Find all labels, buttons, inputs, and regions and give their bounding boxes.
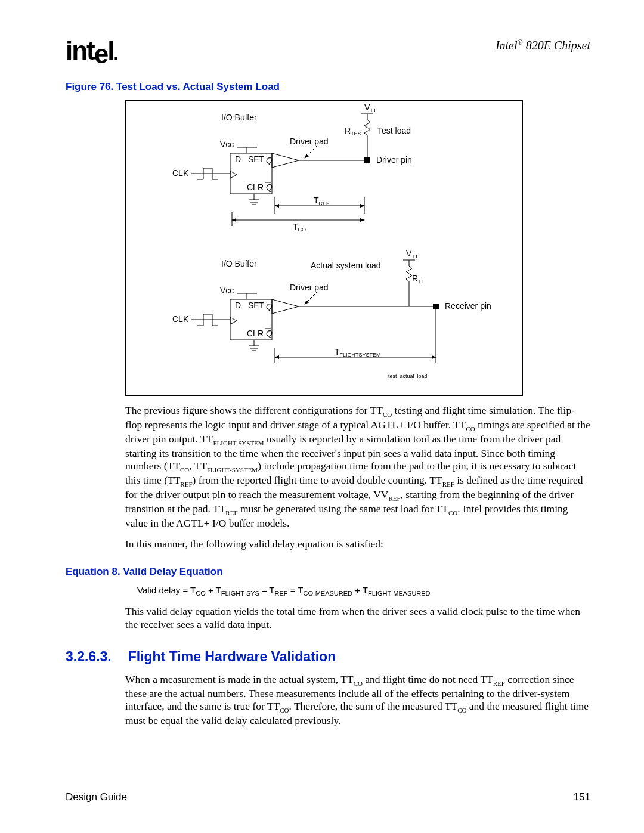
svg-text:RTEST: RTEST [345,126,365,137]
svg-text:Driver pad: Driver pad [290,283,329,292]
paragraph-4: When a measurement is made in the actual… [125,673,590,727]
svg-text:Vcc: Vcc [220,140,234,149]
svg-text:TCO: TCO [293,222,306,233]
page-header: intel. Intel® 820E Chipset [66,36,590,66]
svg-text:Vcc: Vcc [220,286,234,295]
svg-text:CLK: CLK [172,168,189,178]
svg-text:Q: Q [266,302,273,311]
section-number: 3.2.6.3. [66,649,112,665]
svg-text:I/O Buffer: I/O Buffer [221,259,257,268]
paragraph-2: In this manner, the following valid dela… [125,538,590,550]
svg-line-55 [305,292,317,304]
figure-caption: Figure 76. Test Load vs. Actual System L… [66,81,590,93]
section-title: Flight Time Hardware Validation [128,649,336,665]
svg-text:Driver pin: Driver pin [376,155,412,165]
svg-text:Q: Q [266,156,273,165]
page-footer: Design Guide 151 [66,791,590,803]
page: intel. Intel® 820E Chipset Figure 76. Te… [0,0,644,833]
svg-text:CLR: CLR [247,329,264,338]
svg-line-20 [305,146,317,158]
equation-text: Valid delay = TCO + TFLIGHT-SYS – TREF =… [137,585,590,597]
svg-text:Receiver pin: Receiver pin [445,301,491,311]
svg-text:Q: Q [266,329,273,338]
chipset-title: Intel® 820E Chipset [496,38,590,52]
section-heading: 3.2.6.3. Flight Time Hardware Validation [66,649,590,665]
svg-text:Driver pad: Driver pad [290,137,329,146]
paragraph-1: The previous figure shows the different … [125,404,590,529]
svg-text:TREF: TREF [314,196,330,206]
svg-text:CLK: CLK [172,314,189,324]
svg-text:test_actual_load: test_actual_load [388,373,428,379]
svg-text:I/O Buffer: I/O Buffer [221,113,257,122]
footer-page-number: 151 [574,791,590,803]
footer-left: Design Guide [66,791,127,803]
svg-text:RTT: RTT [412,274,425,284]
svg-text:VTT: VTT [364,103,377,113]
equation-caption: Equation 8. Valid Delay Equation [66,566,590,578]
svg-text:SET: SET [248,154,265,164]
svg-text:CLR: CLR [247,182,264,192]
svg-text:VTT: VTT [406,249,419,259]
svg-text:D: D [235,154,241,164]
figure-diagram: D SET Q CLR Q CLK Vcc I/O Buffer [125,100,523,396]
paragraph-3: This valid delay equation yields the tot… [125,605,590,631]
svg-text:D: D [235,301,241,310]
svg-text:Actual system load: Actual system load [311,261,381,270]
intel-logo: intel. [66,36,117,66]
svg-text:Test load: Test load [377,126,411,135]
svg-text:TFLIGHTSYSTEM: TFLIGHTSYSTEM [335,347,381,358]
svg-text:SET: SET [248,301,265,310]
svg-text:Q: Q [266,182,273,192]
